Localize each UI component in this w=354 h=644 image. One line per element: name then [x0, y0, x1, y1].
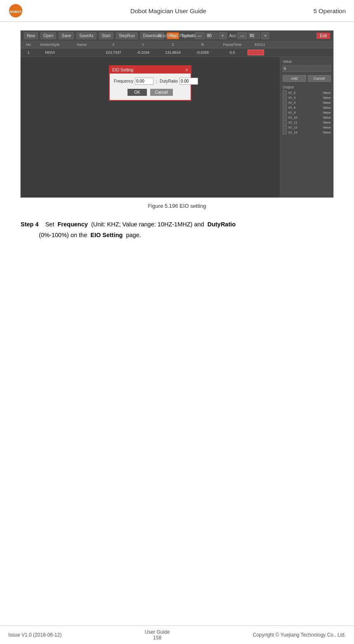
start-button[interactable]: Start	[99, 32, 113, 39]
eio-dialog-buttons: OK Cancel	[114, 89, 186, 96]
doc-title: Dobot Magician User Guide	[23, 7, 314, 14]
io-row-4: IO_8 Value	[283, 110, 331, 114]
io-id-0: IO_2	[288, 91, 321, 95]
table-header: No MotionStyle Name X Y Z R PauseTime EI…	[21, 41, 333, 48]
io-val-5: Value	[323, 116, 331, 119]
steprun-button[interactable]: StepRun	[116, 32, 138, 39]
io-val-4: Value	[323, 111, 331, 114]
eio-cancel-button[interactable]: Cancel	[150, 89, 173, 96]
value-label: Value	[283, 59, 331, 64]
svg-text:DOBOT: DOBOT	[9, 10, 21, 14]
footer-page: User Guide 158	[145, 629, 170, 641]
cell-z: 131.8624	[158, 50, 187, 55]
add-button[interactable]: Add	[283, 75, 306, 82]
io-row-2: IO_4 Value	[283, 100, 331, 105]
page-text: page.	[126, 232, 141, 238]
table-row: 1 MOVI 223.7337 -0.1034 131.8624 -0.0265…	[21, 48, 333, 57]
frequency-label: Frequency	[114, 79, 133, 83]
frequency-input[interactable]: 0.00	[135, 78, 153, 85]
io-checkbox-2[interactable]	[283, 100, 287, 105]
eio-dialog-titlebar: EIO Setting ×	[110, 66, 191, 74]
cell-x: 223.7337	[99, 50, 128, 55]
io-val-8: Value	[323, 131, 331, 134]
separator-icon: ;	[156, 79, 157, 83]
footer-copyright: Copyright © Yuejiang Technology Co., Ltd…	[253, 632, 346, 638]
col-no: No	[22, 43, 35, 47]
panel-cancel-button[interactable]: Cancel	[308, 75, 331, 82]
footer-type: User Guide	[145, 629, 170, 635]
cell-y: -0.1034	[129, 50, 158, 55]
app-layout: EIO Setting × Frequency 0.00 ; DutyRatio…	[21, 57, 333, 197]
col-z: Z	[158, 43, 187, 47]
io-val-0: Value	[323, 91, 331, 95]
eio-close-button[interactable]: ×	[186, 67, 188, 72]
cell-no: 1	[22, 50, 35, 55]
col-y: Y	[129, 43, 158, 47]
duty-detail: (0%-100%) on the	[39, 232, 87, 238]
io-row-8: IO_13 Value	[283, 130, 331, 134]
acc-minus[interactable]: —	[237, 32, 247, 39]
col-name: Name	[65, 43, 98, 47]
eio-ok-button[interactable]: OK	[127, 89, 146, 96]
io-id-5: IO_10	[288, 116, 321, 119]
io-val-3: Value	[323, 106, 331, 109]
right-panel: Value 0 Add Cancel Output IO_2 Value IO_	[280, 57, 333, 197]
new-button[interactable]: New	[24, 32, 38, 39]
col-r: R	[188, 43, 217, 47]
frequency-bold: Frequency	[57, 221, 87, 228]
io-checkbox-0[interactable]	[283, 90, 287, 95]
io-id-3: IO_6	[288, 106, 321, 109]
app-toolbar: Teaching & Playback New Open Save SaveAs…	[21, 31, 333, 41]
col-x: X	[99, 43, 128, 47]
main-content: Teaching & Playback New Open Save SaveAs…	[0, 22, 354, 249]
io-checkbox-3[interactable]	[283, 105, 287, 109]
panel-buttons: Add Cancel	[283, 75, 331, 82]
speed-input[interactable]: 80	[206, 33, 217, 39]
step4-label: Step 4	[21, 221, 39, 228]
dobot-logo-icon: DOBOT	[8, 3, 23, 18]
cell-eio	[248, 50, 272, 55]
acc-control: Acc — 80 +	[229, 32, 270, 39]
step4-section: Step 4 Set Frequency (Unit: KHZ; Value r…	[17, 219, 337, 240]
io-checkbox-6[interactable]	[283, 120, 287, 124]
io-id-8: IO_13	[288, 131, 321, 134]
eio-dialog-title: EIO Setting	[112, 68, 133, 72]
cell-pause: 0.0	[218, 50, 247, 55]
io-checkbox-1[interactable]	[283, 95, 287, 100]
io-checkbox-8[interactable]	[283, 130, 287, 134]
open-button[interactable]: Open	[40, 32, 56, 39]
acc-plus[interactable]: +	[261, 32, 269, 39]
io-row-6: IO_11 Value	[283, 120, 331, 124]
frequency-detail: (Unit: KHZ; Value range: 10HZ-1MHZ) and	[91, 221, 204, 228]
speed-plus[interactable]: +	[219, 32, 227, 39]
acc-label: Acc	[229, 33, 236, 38]
io-checkbox-4[interactable]	[283, 110, 287, 114]
io-val-2: Value	[323, 101, 331, 105]
io-checkbox-5[interactable]	[283, 115, 287, 119]
value-input[interactable]: 0	[283, 65, 331, 72]
eio-frequency-row: Frequency 0.00 ; DutyRatio 0.00	[114, 78, 186, 85]
io-id-2: IO_4	[288, 101, 321, 105]
figure-caption: Figure 5.196 EIO setting	[17, 203, 337, 209]
output-section: Output IO_2 Value IO_3 Value IO_4	[283, 85, 331, 135]
cell-motion: MOVI	[35, 50, 64, 55]
toolbar-title: Teaching & Playback	[158, 33, 196, 38]
io-row-5: IO_10 Value	[283, 115, 331, 119]
save-button[interactable]: Save	[59, 32, 74, 39]
duty-ratio-input[interactable]: 0.00	[179, 78, 198, 85]
io-checkbox-7[interactable]	[283, 125, 287, 129]
page-footer: Issue V1.0 (2018-06-12) User Guide 158 C…	[0, 625, 354, 644]
io-row-3: IO_6 Value	[283, 105, 331, 109]
footer-issue: Issue V1.0 (2018-06-12)	[8, 632, 61, 638]
io-row-0: IO_2 Value	[283, 90, 331, 95]
io-row-7: IO_12 Value	[283, 125, 331, 129]
logo-area: DOBOT	[8, 3, 23, 18]
eio-dialog-body: Frequency 0.00 ; DutyRatio 0.00 OK Cance…	[110, 74, 191, 100]
io-id-7: IO_12	[288, 126, 321, 129]
col-pause: PauseTime	[218, 43, 247, 47]
acc-input[interactable]: 80	[248, 33, 260, 39]
chapter-label: 5 Operation	[314, 7, 346, 14]
exit-button[interactable]: Exit	[316, 33, 330, 39]
app-main-area: EIO Setting × Frequency 0.00 ; DutyRatio…	[21, 57, 280, 197]
saveas-button[interactable]: SaveAs	[76, 32, 96, 39]
